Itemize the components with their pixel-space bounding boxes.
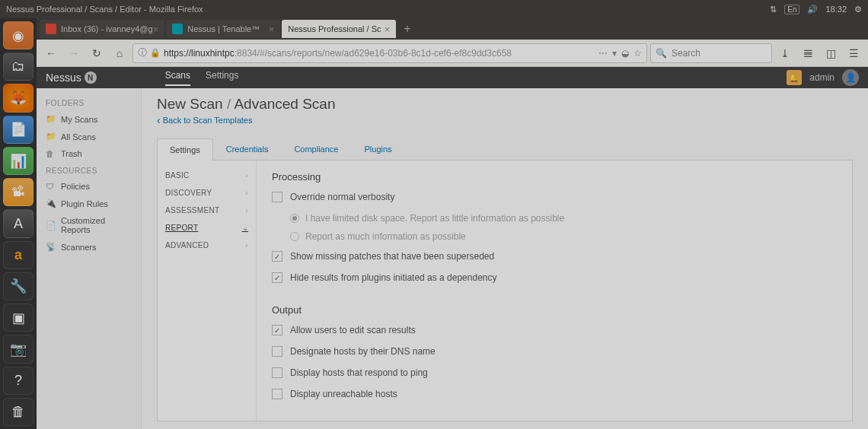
bookmark-icon[interactable]: ☆ xyxy=(633,48,642,59)
pocket-icon[interactable]: ◒ xyxy=(621,48,629,59)
checkbox-allow-edit[interactable] xyxy=(272,325,282,335)
launcher-dash[interactable]: ◉ xyxy=(3,21,34,49)
nessus-app: NessusN Scans Settings 🔔 admin 👤 FOLDERS… xyxy=(37,67,868,429)
nessus-sidebar: FOLDERS 📁My Scans 📁All Scans 🗑Trash RESO… xyxy=(37,88,142,429)
back-to-templates-link[interactable]: Back to Scan Templates xyxy=(157,114,252,126)
info-icon[interactable]: ⓘ xyxy=(138,46,147,59)
launcher-screenshot[interactable]: 📷 xyxy=(3,335,34,363)
folder-icon: 📁 xyxy=(46,132,55,141)
checkbox-unreachable[interactable] xyxy=(272,389,282,399)
tab-settings[interactable]: Settings xyxy=(157,138,213,160)
power-icon[interactable]: ⚙ xyxy=(854,5,862,14)
checkbox-override-verbosity[interactable] xyxy=(272,192,282,202)
launcher-calc[interactable]: 📊 xyxy=(3,147,34,175)
launcher-trash[interactable]: 🗑 xyxy=(3,398,34,426)
cat-basic[interactable]: BASIC› xyxy=(158,167,256,184)
report-icon: 📄 xyxy=(46,221,55,230)
url-bar[interactable]: ⓘ 🔒 https://linuxhintpc :8834/#/scans/re… xyxy=(132,43,647,63)
gmail-icon xyxy=(46,24,56,34)
library-button[interactable]: 𝌆 xyxy=(798,43,818,63)
radio-max-info[interactable] xyxy=(290,232,299,241)
chevron-down-icon: ⌄ xyxy=(242,224,248,232)
launcher-firefox[interactable]: 🦊 xyxy=(3,84,34,112)
reload-button[interactable]: ↻ xyxy=(87,43,107,63)
launcher-amazon[interactable]: a xyxy=(3,241,34,269)
back-button[interactable]: ← xyxy=(41,43,61,63)
tab-label: Inbox (36) - ivanney4@g xyxy=(61,24,153,33)
tab-credentials[interactable]: Credentials xyxy=(213,138,282,160)
label-override-verbosity: Override normal verbosity xyxy=(290,192,394,202)
topnav-settings[interactable]: Settings xyxy=(206,70,238,86)
sidebar-item-all-scans[interactable]: 📁All Scans xyxy=(37,128,141,145)
launcher-help[interactable]: ? xyxy=(3,367,34,395)
tab-plugins[interactable]: Plugins xyxy=(351,138,404,160)
user-avatar-icon[interactable]: 👤 xyxy=(842,69,859,86)
nessus-main: New Scan / Advanced Scan Back to Scan Te… xyxy=(142,88,868,429)
sidebar-item-plugin-rules[interactable]: 🔌Plugin Rules xyxy=(37,195,141,212)
cat-report[interactable]: REPORT⌄ xyxy=(158,219,256,237)
sidebar-section-resources: RESOURCES xyxy=(37,162,141,178)
folder-icon: 📁 xyxy=(46,114,55,124)
cat-discovery[interactable]: DISCOVERY› xyxy=(158,184,256,202)
nessus-header: NessusN Scans Settings 🔔 admin 👤 xyxy=(37,67,868,88)
cat-assessment[interactable]: ASSESSMENT› xyxy=(158,202,256,219)
launcher-impress[interactable]: 📽 xyxy=(3,178,34,206)
window-title: Nessus Professional / Scans / Editor - M… xyxy=(6,5,203,14)
launcher-settings[interactable]: 🔧 xyxy=(3,272,34,300)
scan-tabs: Settings Credentials Compliance Plugins xyxy=(157,138,853,160)
chevron-right-icon: › xyxy=(245,189,248,197)
launcher-writer[interactable]: 📄 xyxy=(3,116,34,144)
user-label[interactable]: admin xyxy=(809,72,834,83)
sidebar-item-custom-reports[interactable]: 📄Customized Reports xyxy=(37,212,141,238)
label-allow-edit: Allow users to edit scan results xyxy=(290,325,416,335)
search-bar[interactable]: 🔍 Search xyxy=(650,43,772,63)
home-button[interactable]: ⌂ xyxy=(110,43,129,63)
close-tab-icon[interactable]: × xyxy=(269,24,275,35)
launcher-terminal[interactable]: ▣ xyxy=(3,303,34,332)
shield-icon: 🛡 xyxy=(46,182,55,191)
label-unreachable: Display unreachable hosts xyxy=(290,389,397,399)
search-placeholder: Search xyxy=(672,48,700,59)
trash-icon: 🗑 xyxy=(46,149,55,158)
network-indicator: ⇅ xyxy=(770,5,777,14)
forward-button[interactable]: → xyxy=(64,43,84,63)
topnav-scans[interactable]: Scans xyxy=(165,70,190,86)
checkbox-missing-patches[interactable] xyxy=(272,251,282,262)
radio-limited-disk[interactable] xyxy=(290,214,299,223)
more-icon[interactable]: ⋯ xyxy=(598,48,608,59)
notification-bell-icon[interactable]: 🔔 xyxy=(787,70,802,85)
launcher-software[interactable]: A xyxy=(3,209,34,237)
cat-advanced[interactable]: ADVANCED› xyxy=(158,237,256,254)
tab-compliance[interactable]: Compliance xyxy=(281,138,351,160)
sidebar-item-trash[interactable]: 🗑Trash xyxy=(37,145,141,162)
output-header: Output xyxy=(272,304,837,316)
tab-label: Nessus Professional / Sc xyxy=(288,24,384,33)
lock-icon: 🔒 xyxy=(150,48,161,58)
close-tab-icon[interactable]: × xyxy=(385,24,391,35)
menu-button[interactable]: ☰ xyxy=(844,43,863,63)
new-tab-button[interactable]: + xyxy=(397,22,416,36)
settings-categories: BASIC› DISCOVERY› ASSESSMENT› REPORT⌄ AD… xyxy=(158,160,257,421)
label-max-info: Report as much information as possible xyxy=(305,231,466,242)
plugin-icon: 🔌 xyxy=(46,199,55,208)
checkbox-dns-name[interactable] xyxy=(272,346,282,357)
sidebar-button[interactable]: ◫ xyxy=(821,43,841,63)
close-tab-icon[interactable]: × xyxy=(153,24,159,35)
browser-tab-tenable[interactable]: Nessus | Tenable™ × xyxy=(166,20,280,38)
launcher-files[interactable]: 🗂 xyxy=(3,52,34,81)
checkbox-respond-ping[interactable] xyxy=(272,367,282,378)
search-icon: 🔍 xyxy=(656,48,667,59)
scanner-icon: 📡 xyxy=(46,242,55,252)
reader-icon[interactable]: ▾ xyxy=(612,48,617,59)
browser-tab-nessus[interactable]: Nessus Professional / Sc × xyxy=(282,20,396,38)
sidebar-item-my-scans[interactable]: 📁My Scans xyxy=(37,110,141,128)
downloads-button[interactable]: ⤓ xyxy=(775,43,795,63)
clock: 18:32 xyxy=(825,5,847,14)
label-respond-ping: Display hosts that respond to ping xyxy=(290,367,428,378)
sidebar-section-folders: FOLDERS xyxy=(37,94,141,110)
browser-tab-inbox[interactable]: Inbox (36) - ivanney4@g × xyxy=(40,20,164,38)
checkbox-hide-deps[interactable] xyxy=(272,272,282,283)
label-missing-patches: Show missing patches that have been supe… xyxy=(290,251,494,262)
sidebar-item-policies[interactable]: 🛡Policies xyxy=(37,178,141,195)
sidebar-item-scanners[interactable]: 📡Scanners xyxy=(37,238,141,256)
